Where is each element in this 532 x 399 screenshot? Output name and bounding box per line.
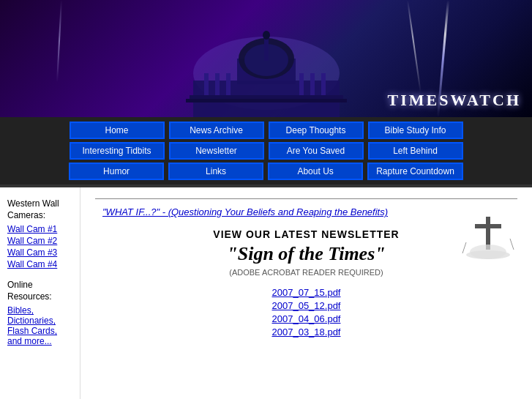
nav-home[interactable]: Home bbox=[70, 122, 165, 139]
svg-point-18 bbox=[470, 245, 506, 259]
svg-line-19 bbox=[462, 242, 466, 253]
acrobat-note: (ADOBE ACROBAT READER REQUIRED) bbox=[95, 268, 517, 277]
svg-rect-8 bbox=[190, 95, 343, 99]
resources-title: Online Resources: bbox=[7, 280, 72, 302]
svg-rect-9 bbox=[186, 99, 347, 102]
content-area: Western Wall Cameras: Wall Cam #1 Wall C… bbox=[0, 187, 532, 399]
nav-left-behind[interactable]: Left Behind bbox=[368, 142, 463, 160]
cameras-title: Western Wall Cameras: bbox=[7, 198, 72, 221]
svg-rect-7 bbox=[321, 73, 326, 95]
pdf-link-4[interactable]: 2007_03_18.pdf bbox=[272, 327, 341, 338]
nav-about-us[interactable]: About Us bbox=[268, 163, 363, 180]
nav-bible-study-info[interactable]: Bible Study Info bbox=[368, 122, 463, 139]
nav-row-3: Humor Links About Us Rapture Countdown bbox=[3, 163, 529, 180]
nav-deep-thoughts[interactable]: Deep Thoughts bbox=[269, 122, 364, 139]
nav-are-you-saved[interactable]: Are You Saved bbox=[269, 142, 364, 160]
nav-humor[interactable]: Humor bbox=[69, 163, 164, 180]
site-title: TIMESWATCH bbox=[388, 91, 521, 110]
svg-rect-4 bbox=[226, 73, 231, 95]
navigation: Home News Archive Deep Thoughts Bible St… bbox=[0, 117, 532, 184]
what-if-link[interactable]: "WHAT IF...?" - (Questioning Your Belief… bbox=[95, 206, 517, 217]
cross-illustration bbox=[459, 202, 517, 261]
nav-news-archive[interactable]: News Archive bbox=[169, 122, 264, 139]
nav-rapture-countdown[interactable]: Rapture Countdown bbox=[367, 163, 463, 180]
main-content: "WHAT IF...?" - (Questioning Your Belief… bbox=[80, 187, 532, 399]
nav-links[interactable]: Links bbox=[168, 163, 263, 180]
wall-cam-2-link[interactable]: Wall Cam #2 bbox=[7, 236, 72, 246]
svg-rect-6 bbox=[310, 73, 315, 95]
svg-rect-17 bbox=[475, 224, 501, 228]
nav-row-1: Home News Archive Deep Thoughts Bible St… bbox=[3, 122, 529, 139]
wall-cam-3-link[interactable]: Wall Cam #3 bbox=[7, 247, 72, 258]
header-banner: TIMESWATCH bbox=[0, 0, 532, 117]
svg-line-20 bbox=[510, 239, 514, 250]
pdf-link-1[interactable]: 2007_07_15.pdf bbox=[272, 287, 341, 298]
svg-rect-2 bbox=[204, 73, 209, 95]
pdf-link-3[interactable]: 2007_04_06.pdf bbox=[272, 313, 341, 324]
pdf-link-2[interactable]: 2007_05_12.pdf bbox=[272, 300, 341, 311]
pdf-links: 2007_07_15.pdf 2007_05_12.pdf 2007_04_06… bbox=[95, 287, 517, 338]
resources-link[interactable]: Bibles, Dictionaries, Flash Cards, and m… bbox=[7, 305, 72, 346]
wall-cam-4-link[interactable]: Wall Cam #4 bbox=[7, 259, 72, 269]
newsletter-label: VIEW OUR LATEST NEWSLETTER bbox=[95, 228, 517, 240]
svg-rect-5 bbox=[299, 73, 304, 95]
newsletter-title: "Sign of the Times" bbox=[95, 243, 517, 265]
wall-cam-1-link[interactable]: Wall Cam #1 bbox=[7, 224, 72, 234]
top-divider bbox=[95, 198, 517, 199]
nav-row-2: Interesting Tidbits Newsletter Are You S… bbox=[3, 142, 529, 160]
svg-point-14 bbox=[263, 31, 270, 40]
capitol-illustration bbox=[179, 29, 354, 117]
nav-interesting-tidbits[interactable]: Interesting Tidbits bbox=[70, 142, 165, 160]
nav-newsletter[interactable]: Newsletter bbox=[169, 142, 264, 160]
sidebar: Western Wall Cameras: Wall Cam #1 Wall C… bbox=[0, 187, 80, 399]
svg-rect-3 bbox=[215, 73, 220, 95]
